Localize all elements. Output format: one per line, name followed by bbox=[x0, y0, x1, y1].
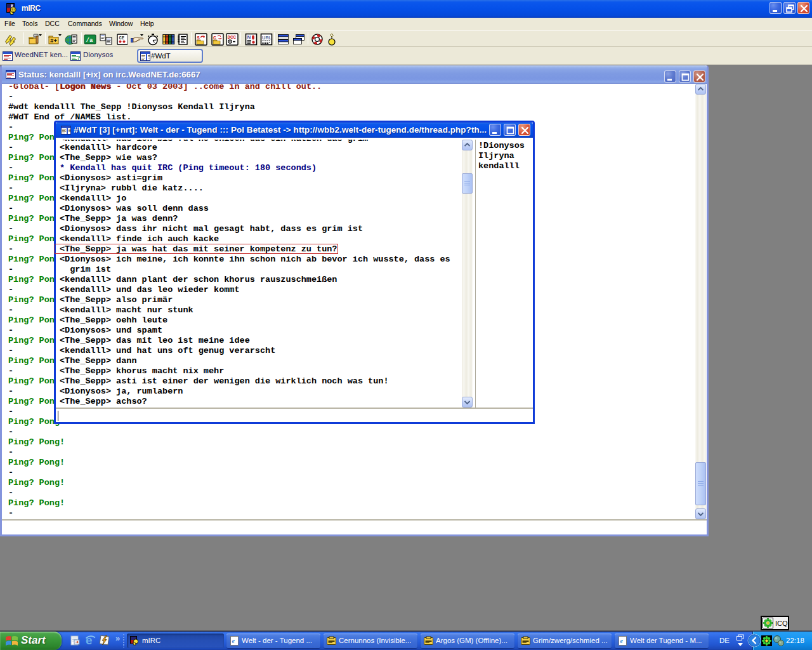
svg-text:URL: URL bbox=[262, 35, 272, 41]
svg-text:e: e bbox=[232, 637, 235, 644]
svg-text:C: C bbox=[213, 35, 216, 41]
svg-text:CE: CE bbox=[119, 36, 124, 41]
svg-text:DCC: DCC bbox=[228, 35, 237, 40]
svg-text:S: S bbox=[197, 35, 200, 41]
svg-text:#+: #+ bbox=[50, 38, 57, 44]
svg-text:e: e bbox=[620, 637, 624, 644]
svg-text:e: e bbox=[86, 633, 93, 647]
svg-text:?: ? bbox=[77, 55, 80, 61]
svg-text:/a: /a bbox=[86, 37, 93, 44]
svg-text:N: N bbox=[247, 34, 251, 40]
